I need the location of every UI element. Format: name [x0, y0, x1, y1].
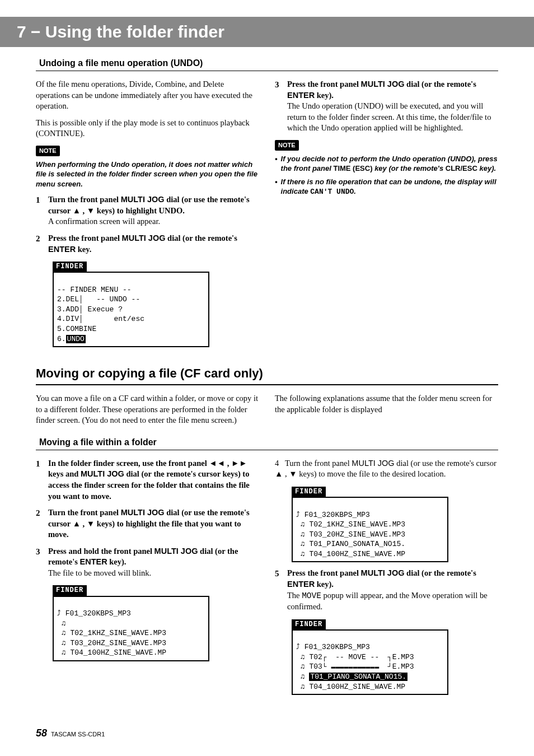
lcd-line: ♫ T02_1KHZ_SINE_WAVE.MP3 — [57, 629, 166, 637]
step-text: Press and hold the front panel — [48, 547, 154, 556]
note-bullet-2: If there is no file operation that can b… — [275, 177, 498, 197]
multi-jog-label: MULTI JOG — [121, 195, 165, 204]
enter-key-label: ENTER — [287, 91, 315, 100]
step-plain: A confirmation screen will appear. — [48, 216, 259, 227]
enter-key-label: ENTER — [48, 245, 76, 254]
bullet-text: . — [354, 187, 356, 195]
lcd-screenshot-move-1: FINDER ⤴ F01_320KBPS_MP3 ♫ ♫ T02_1KHZ_SI… — [53, 584, 209, 661]
multi-jog-label: MULTI JOG — [121, 508, 165, 517]
step-text: dial (or the remote's — [404, 80, 476, 88]
lcd-line: 3.ADD│ Execue ? — [57, 305, 123, 314]
undo-step-3: 3 Press the front panel MULTI JOG dial (… — [275, 79, 498, 134]
bullet-text: key). — [477, 164, 496, 172]
lcd-line: ♫ T02_1KHZ_SINE_WAVE.MP3 — [296, 520, 405, 529]
step-text: Turn the front panel — [48, 195, 121, 204]
lcd-line: ♫ T03_20HZ_SINE_WAVE.MP3 — [57, 639, 166, 647]
step-text: dial (or the remote's — [165, 234, 237, 242]
step-text: Turn the front panel — [48, 508, 121, 517]
step-number-inline: 4 — [275, 459, 279, 468]
move-step-1: 1 In the folder finder screen, use the f… — [36, 458, 259, 502]
lcd-title: FINDER — [53, 262, 87, 272]
lcd-screenshot-undo: FINDER -- FINDER MENU -- 2.DEL│ -- UNDO … — [53, 260, 209, 347]
lcd-title: FINDER — [53, 585, 87, 595]
time-esc-label: TIME (ESC) — [333, 164, 372, 172]
move-heading: Moving or copying a file (CF card only) — [36, 366, 498, 385]
lcd-line: 6. — [57, 335, 66, 343]
lcd-screenshot-move-2: FINDER ⤴ F01_320KBPS_MP3 ♫ T02_1KHZ_SINE… — [292, 486, 448, 562]
clr-esc-label: CLR/ESC — [446, 164, 477, 172]
lcd-line: 4.DIV│ ent/esc — [57, 315, 144, 323]
lcd-selected: UNDO — [66, 335, 86, 343]
lcd-line: ♫ T02┌ -- MOVE -- ┐E.MP3 — [296, 653, 414, 661]
undo-intro-2: This is possible only if the play mode i… — [36, 118, 259, 139]
lcd-line: 2.DEL│ -- UNDO -- — [57, 295, 140, 304]
lcd-title: FINDER — [292, 487, 326, 497]
note-badge: NOTE — [275, 140, 299, 151]
lcd-line: ⤴ F01_320KBPS_MP3 — [296, 511, 370, 519]
move-step-3: 3 Press and hold the front panel MULTI J… — [36, 546, 259, 579]
lcd-line: ♫ T03_20HZ_SINE_WAVE.MP3 — [296, 530, 405, 539]
step-plain: The file to be moved will blink. — [48, 568, 259, 579]
bullet-text: key (or the remote's — [373, 164, 446, 172]
step-text: Press the front panel — [48, 234, 122, 242]
lcd-line: ♫ — [57, 619, 66, 628]
chapter-header: 7 − Using the folder finder — [0, 17, 534, 47]
lcd-title: FINDER — [292, 619, 326, 629]
lcd-line: ♫ T03└ ▬▬▬▬▬▬▬▬▬▬▬ ┘E.MP3 — [296, 662, 414, 671]
lcd-line: ♫ — [296, 673, 309, 681]
step-text: dial (or the remote's — [404, 568, 476, 577]
step-text: key. — [76, 245, 91, 254]
enter-key-label: ENTER — [287, 580, 315, 589]
move-step-5: 5 Press the front panel MULTI JOG dial (… — [275, 568, 498, 612]
lcd-screenshot-move-3: FINDER ⤴ F01_320KBPS_MP3 ♫ T02┌ -- MOVE … — [292, 618, 448, 695]
lcd-line: ♫ T04_100HZ_SINE_WAVE.MP — [57, 648, 166, 657]
multi-jog-label: MULTI JOG — [81, 469, 124, 478]
page-number: 58 — [36, 727, 47, 739]
multi-jog-label: MULTI JOG — [361, 80, 405, 88]
undo-heading: Undoing a file menu operation (UNDO) — [36, 58, 498, 71]
step-text: key). — [315, 91, 334, 100]
note-bullet-1: If you decide not to perform the Undo op… — [275, 154, 498, 174]
move-intro-right: The following explanations assume that t… — [275, 393, 498, 415]
undo-note-text: When performing the Undo operation, it d… — [36, 160, 259, 189]
step-number: 5 — [275, 568, 287, 612]
step-plain: The Undo operation (UNDO) will be execut… — [287, 101, 498, 134]
undo-intro-1: Of the file menu operations, Divide, Com… — [36, 79, 259, 112]
page-footer: 58 TASCAM SS-CDR1 — [36, 727, 105, 739]
step-text: key). — [315, 580, 334, 589]
step-text: Press the front panel — [287, 80, 361, 88]
lcd-line: ♫ T01_PIANO_SONATA_NO15. — [296, 540, 405, 548]
step-number: 1 — [36, 194, 48, 227]
move-intro-left: You can move a file on a CF card within … — [36, 393, 259, 426]
multi-jog-label: MULTI JOG — [122, 234, 166, 242]
undo-step-1: 1 Turn the front panel MULTI JOG dial (o… — [36, 194, 259, 227]
lcd-line: -- FINDER MENU -- — [57, 286, 132, 294]
step-text: Turn the front panel — [285, 459, 352, 468]
lcd-line: ⤴ F01_320KBPS_MP3 — [296, 643, 370, 651]
footer-product: TASCAM SS-CDR1 — [51, 731, 105, 738]
enter-key-label: ENTER — [80, 557, 107, 566]
lcd-line: 5.COMBINE — [57, 325, 96, 333]
move-label: MOVE — [302, 591, 321, 600]
step-number: 1 — [36, 458, 48, 502]
lcd-selected: T01_PIANO_SONATA_NO15. — [309, 673, 407, 681]
step-text: key). — [107, 557, 127, 566]
lcd-line: ♫ T04_100HZ_SINE_WAVE.MP — [296, 550, 405, 558]
step-number: 3 — [275, 79, 287, 134]
step-number: 2 — [36, 233, 48, 255]
undo-step-2: 2 Press the front panel MULTI JOG dial (… — [36, 233, 259, 255]
move-step-2: 2 Turn the front panel MULTI JOG dial (o… — [36, 507, 259, 540]
step-text: Press the front panel — [287, 568, 361, 577]
cant-undo-label: CAN'T UNDO — [310, 188, 354, 196]
move-sub-heading: Moving a file within a folder — [36, 437, 498, 450]
lcd-line: ♫ T04_100HZ_SINE_WAVE.MP — [296, 683, 405, 691]
multi-jog-label: MULTI JOG — [154, 547, 198, 556]
step-number: 2 — [36, 507, 48, 540]
multi-jog-label: MULTI JOG — [352, 459, 394, 468]
step-plain: The — [287, 591, 302, 600]
multi-jog-label: MULTI JOG — [361, 568, 405, 577]
step-number: 3 — [36, 546, 48, 579]
lcd-line: ⤴ F01_320KBPS_MP3 — [57, 609, 131, 618]
note-badge: NOTE — [36, 146, 60, 156]
